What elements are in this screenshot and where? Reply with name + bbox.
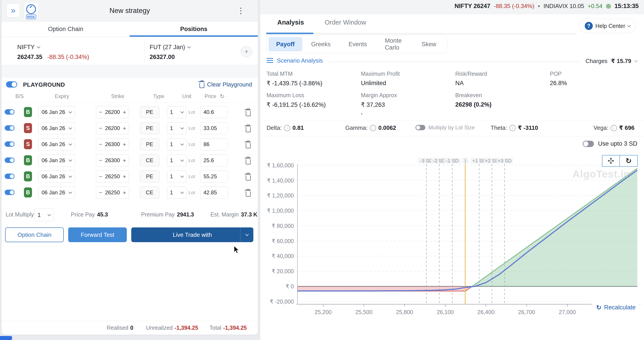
- strike-minus[interactable]: −: [99, 109, 102, 116]
- unit-select[interactable]: 1: [167, 138, 186, 150]
- reset-chart-button[interactable]: ↻: [620, 155, 638, 167]
- price-input[interactable]: 25.6: [200, 154, 228, 166]
- option-type[interactable]: PE: [140, 122, 160, 134]
- strike-minus[interactable]: −: [99, 157, 102, 164]
- add-instrument-button[interactable]: +: [241, 46, 252, 57]
- left-tabs: Option Chain Positions: [2, 21, 258, 37]
- subtab-payoff[interactable]: Payoff: [268, 37, 302, 51]
- symbol-select[interactable]: NIFTY: [17, 44, 40, 51]
- strike-stepper[interactable]: −26250+: [96, 170, 129, 183]
- option-type[interactable]: PE: [140, 138, 160, 150]
- side-badge[interactable]: B: [24, 107, 32, 117]
- forward-test-button[interactable]: Forward Test: [68, 227, 127, 242]
- refresh-prices-icon[interactable]: ↻: [220, 93, 225, 100]
- option-type[interactable]: CE: [140, 187, 160, 199]
- side-badge[interactable]: B: [24, 171, 32, 181]
- pan-chart-button[interactable]: [602, 155, 620, 167]
- subtab-events[interactable]: Events: [340, 37, 376, 51]
- unit-select[interactable]: 1: [167, 106, 186, 118]
- option-type[interactable]: CE: [140, 154, 160, 166]
- lot-multiply-select[interactable]: 1: [34, 209, 54, 221]
- strike-plus[interactable]: +: [123, 173, 126, 180]
- strike-stepper[interactable]: −26300+: [96, 138, 129, 150]
- price-input[interactable]: 86: [200, 138, 228, 150]
- expiry-select[interactable]: 06 Jan 26: [38, 187, 75, 199]
- expiry-select[interactable]: 06 Jan 26: [38, 138, 75, 150]
- expiry-select[interactable]: 06 Jan 26: [38, 122, 75, 134]
- unit-select[interactable]: 1: [167, 187, 186, 199]
- strike-plus[interactable]: +: [123, 141, 126, 148]
- unit-select[interactable]: 1: [167, 154, 186, 166]
- info-icon[interactable]: i: [284, 125, 290, 131]
- scenario-analysis-link[interactable]: Scenario Analysis: [266, 57, 323, 64]
- delete-row-icon[interactable]: [246, 175, 251, 181]
- strike-minus[interactable]: −: [99, 173, 102, 180]
- side-badge[interactable]: B: [24, 155, 32, 165]
- tab-order-window[interactable]: Order Window: [325, 19, 366, 26]
- metric-max-loss: Maximum Loss₹ -6,191.25 (-16.62%): [266, 92, 358, 108]
- strike-plus[interactable]: +: [123, 125, 126, 132]
- price-input[interactable]: 42.85: [200, 187, 228, 199]
- side-badge[interactable]: B: [24, 187, 32, 197]
- playground-toggle[interactable]: [6, 81, 17, 88]
- recalculate-button[interactable]: ↻ Recalculate: [592, 302, 640, 313]
- tab-analysis[interactable]: Analysis: [277, 19, 304, 26]
- info-icon[interactable]: i: [611, 125, 617, 131]
- expiry-select[interactable]: 06 Jan 26: [38, 170, 75, 183]
- strike-stepper[interactable]: −26250+: [96, 187, 129, 199]
- price-input[interactable]: 55.25: [200, 170, 228, 183]
- tab-positions[interactable]: Positions: [130, 21, 258, 37]
- live-trade-caret[interactable]: [240, 227, 253, 242]
- info-icon[interactable]: i: [510, 125, 516, 131]
- subtab-greeks[interactable]: Greeks: [302, 37, 340, 51]
- side-badge[interactable]: S: [24, 123, 32, 133]
- price-input[interactable]: 33.05: [200, 122, 228, 134]
- option-chain-button[interactable]: Option Chain: [5, 227, 64, 242]
- expiry-select[interactable]: 06 Jan 26: [38, 154, 75, 166]
- delete-row-icon[interactable]: [246, 111, 251, 116]
- price-input[interactable]: 40.6: [200, 106, 228, 118]
- position-toggle[interactable]: [5, 125, 14, 131]
- charges-toggle[interactable]: Charges ₹ 15.79: [586, 58, 637, 64]
- delete-row-icon[interactable]: [246, 191, 251, 197]
- unit-select[interactable]: 1: [167, 122, 186, 134]
- position-toggle[interactable]: [5, 141, 14, 147]
- subtab-monte-carlo[interactable]: Monte Carlo: [376, 37, 412, 51]
- reset-icon: ↻: [626, 157, 632, 165]
- position-toggle[interactable]: [5, 109, 14, 115]
- option-type[interactable]: PE: [140, 170, 160, 183]
- strike-plus[interactable]: +: [123, 157, 126, 164]
- strike-plus[interactable]: +: [123, 189, 126, 196]
- tab-option-chain[interactable]: Option Chain: [2, 21, 130, 37]
- payoff-chart[interactable]: ₹ 1,60,000₹ 1,40,000₹ 1,20,000₹ 1,00,000…: [260, 156, 644, 315]
- help-center-button[interactable]: ? Help Center: [580, 19, 636, 33]
- more-options-icon[interactable]: ⋮: [236, 6, 246, 16]
- strike-minus[interactable]: −: [99, 125, 102, 132]
- unit-select[interactable]: 1: [167, 170, 186, 183]
- strike-stepper[interactable]: −26200+: [96, 122, 129, 134]
- expiry-select[interactable]: 06 Jan 26: [38, 106, 75, 118]
- future-select[interactable]: FUT (27 Jan): [150, 44, 190, 51]
- use-3sd-toggle[interactable]: [583, 141, 594, 147]
- position-toggle[interactable]: [5, 174, 14, 179]
- strike-stepper[interactable]: −26300+: [96, 154, 129, 166]
- delete-row-icon[interactable]: [246, 127, 251, 132]
- live-trade-button[interactable]: Live Trade with: [131, 227, 253, 242]
- delete-row-icon[interactable]: [246, 143, 251, 148]
- info-icon[interactable]: i: [370, 125, 376, 131]
- position-toggle[interactable]: [5, 157, 14, 163]
- position-toggle[interactable]: [5, 190, 14, 195]
- strike-plus[interactable]: +: [123, 109, 126, 116]
- strike-minus[interactable]: −: [99, 189, 102, 196]
- clear-playground-button[interactable]: Clear Playground: [200, 81, 252, 88]
- symbol-change: -88.35 (-0.34%): [47, 54, 89, 60]
- option-type[interactable]: PE: [140, 106, 160, 118]
- delete-row-icon[interactable]: [246, 159, 251, 164]
- strike-minus[interactable]: −: [99, 141, 102, 148]
- svg-text:+3 SD: +3 SD: [498, 158, 512, 164]
- chevron-down-icon: [69, 126, 72, 129]
- multiply-lot-toggle[interactable]: [416, 125, 425, 130]
- subtab-skew[interactable]: Skew: [412, 37, 445, 51]
- strike-stepper[interactable]: −26200+: [96, 106, 129, 118]
- side-badge[interactable]: S: [24, 139, 32, 149]
